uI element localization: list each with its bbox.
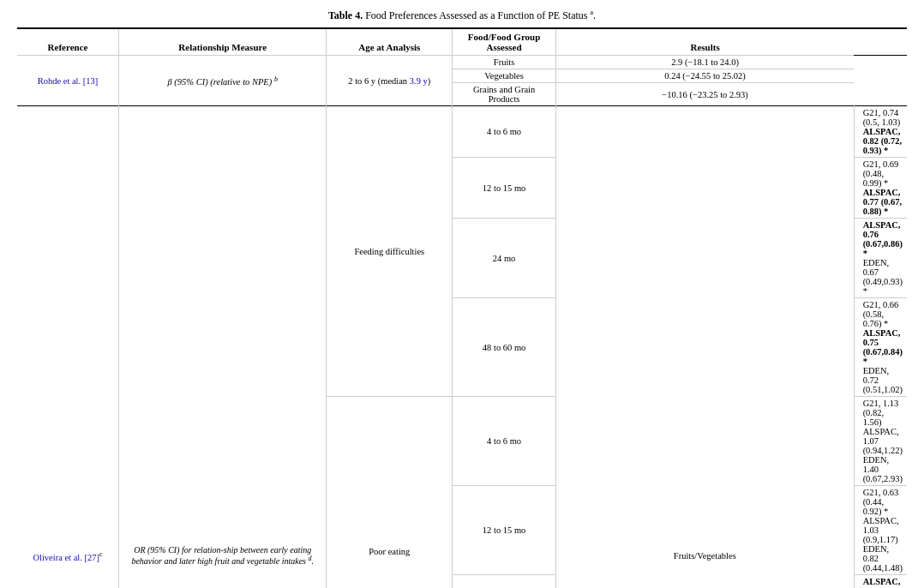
result-ol-6: G21, 0.63 (0.44, 0.92) *ALSPAC, 1.03 (0.… xyxy=(854,486,907,575)
header-relationship: Relationship Measure xyxy=(118,28,326,56)
ref-oliveira: Oliveira et al. [27] xyxy=(33,552,99,561)
table-title: Table 4. Food Preferences Assessed as a … xyxy=(17,9,907,22)
result-ol-1: G21, 0.74 (0.5, 1.03)ALSPAC, 0.82 (0.72,… xyxy=(854,106,907,158)
age-ol-1: 4 to 6 mo xyxy=(453,106,556,158)
rel-oliveira: OR (95% CI) for relation-ship between ea… xyxy=(131,545,314,566)
age-rohde: 2 to 6 y (median 3.9 y) xyxy=(348,76,430,86)
header-age: Age at Analysis xyxy=(327,28,453,56)
eating-feeding: Feeding difficulties xyxy=(354,247,424,256)
eating-poor: Poor eating xyxy=(369,547,410,556)
ref-rohde: Rohde et al. [13] xyxy=(38,76,99,86)
result-rohde-3: −10.16 (−23.25 to 2.93) xyxy=(556,83,855,106)
age-ol-6: 12 to 15 mo xyxy=(453,486,556,575)
food-rohde-2: Vegetables xyxy=(453,69,556,83)
age-ol-2: 12 to 15 mo xyxy=(453,158,556,219)
result-ol-2: G21, 0.69 (0.48, 0.99) *ALSPAC, 0.77 (0.… xyxy=(854,158,907,219)
food-oliveira: Fruits/Vegetables xyxy=(674,551,736,561)
header-results: Results xyxy=(556,28,855,56)
header-reference: Reference xyxy=(17,28,118,56)
result-ol-5: G21, 1.13 (0.82, 1.56)ALSPAC, 1.07 (0.94… xyxy=(854,397,907,486)
result-rohde-1: 2.9 (−18.1 to 24.0) xyxy=(556,56,855,69)
result-ol-7: ALSPAC, 0.87 (0.76, 0.99) *EDEN, 1.12 (0… xyxy=(854,575,907,589)
age-ol-7: 24 mo xyxy=(453,575,556,589)
rel-rohde: β (95% CI) (relative to NPE) b xyxy=(168,77,278,87)
result-rohde-2: 0.24 (−24.55 to 25.02) xyxy=(556,69,855,83)
age-ol-3: 24 mo xyxy=(453,219,556,298)
food-rohde-3: Grains and Grain Products xyxy=(453,83,556,106)
result-ol-3: ALSPAC, 0.76 (0.67,0.86) *EDEN, 0.67 (0.… xyxy=(854,219,907,298)
result-ol-4: G21, 0.66 (0.58, 0.76) *ALSPAC, 0.75 (0.… xyxy=(854,298,907,397)
food-rohde-1: Fruits xyxy=(453,56,556,69)
age-ol-4: 48 to 60 mo xyxy=(453,298,556,397)
header-food: Food/Food Group Assessed xyxy=(453,28,556,56)
table-row: Oliveira et al. [27]c OR (95% CI) for re… xyxy=(17,106,907,158)
table-row: Rohde et al. [13] β (95% CI) (relative t… xyxy=(17,56,907,69)
age-ol-5: 4 to 6 mo xyxy=(453,397,556,486)
